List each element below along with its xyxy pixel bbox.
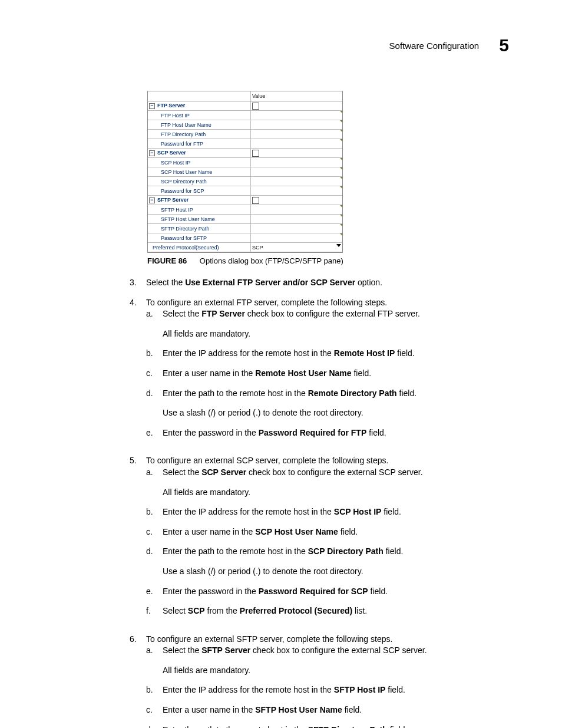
scp-pass-input[interactable]: [251, 186, 343, 196]
column-header-value: Value: [251, 91, 343, 101]
step-number: 3.: [130, 277, 146, 289]
sftp-pass-input[interactable]: [251, 233, 343, 243]
scp-user-input[interactable]: [251, 167, 343, 177]
ftp-user-label: FTP Host User Name: [148, 120, 251, 130]
collapse-icon[interactable]: −: [149, 103, 155, 109]
sftp-pass-label: Password for SFTP: [148, 233, 251, 243]
options-dialog: Value −FTP Server FTP Host IP FTP Host U…: [147, 91, 343, 253]
sftp-host-ip-input[interactable]: [251, 205, 343, 215]
page-header: Software Configuration 5: [47, 35, 515, 55]
collapse-icon[interactable]: −: [149, 150, 155, 156]
step-text: To configure an external SFTP server, co…: [146, 634, 515, 728]
sftp-dir-input[interactable]: [251, 224, 343, 233]
column-header-name: [148, 91, 251, 101]
step-text: Select the Use External FTP Server and/o…: [146, 277, 515, 289]
scp-dir-label: SCP Directory Path: [148, 177, 251, 186]
ftp-server-checkbox[interactable]: [252, 103, 259, 110]
ftp-host-ip-input[interactable]: [251, 111, 343, 120]
figure-caption: FIGURE 86 Options dialog box (FTP/SCP/SF…: [147, 256, 515, 265]
group-ftp: FTP Server: [157, 103, 185, 108]
ftp-pass-label: Password for FTP: [148, 139, 251, 149]
scp-host-ip-label: SCP Host IP: [148, 158, 251, 167]
sftp-dir-label: SFTP Directory Path: [148, 224, 251, 233]
step-text: To configure an external SCP server, com…: [146, 455, 515, 625]
sftp-user-input[interactable]: [251, 215, 343, 224]
scp-host-ip-input[interactable]: [251, 158, 343, 167]
step-number: 6.: [130, 634, 146, 728]
step-number: 5.: [130, 455, 146, 625]
scp-dir-input[interactable]: [251, 177, 343, 186]
ftp-pass-input[interactable]: [251, 139, 343, 149]
sftp-user-label: SFTP Host User Name: [148, 215, 251, 224]
ftp-host-ip-label: FTP Host IP: [148, 111, 251, 120]
group-sftp: SFTP Server: [157, 197, 189, 203]
header-section: Software Configuration: [389, 41, 480, 51]
chapter-number: 5: [499, 35, 509, 55]
preferred-protocol-select[interactable]: SCP: [251, 243, 343, 252]
ftp-dir-input[interactable]: [251, 130, 343, 139]
chevron-down-icon: [336, 244, 341, 247]
ftp-dir-label: FTP Directory Path: [148, 130, 251, 139]
steps-list: 3. Select the Use External FTP Server an…: [130, 277, 515, 728]
figure-caption-text: Options dialog box (FTP/SCP/SFTP pane): [200, 256, 343, 265]
preferred-protocol-label: Preferred Protocol(Secured): [148, 243, 251, 252]
collapse-icon[interactable]: −: [149, 197, 155, 203]
scp-user-label: SCP Host User Name: [148, 167, 251, 177]
sftp-server-checkbox[interactable]: [252, 197, 259, 204]
sftp-host-ip-label: SFTP Host IP: [148, 205, 251, 215]
scp-pass-label: Password for SCP: [148, 186, 251, 196]
step-text: To configure an external FTP server, com…: [146, 297, 515, 447]
step-number: 4.: [130, 297, 146, 447]
group-scp: SCP Server: [157, 150, 186, 156]
scp-server-checkbox[interactable]: [252, 150, 259, 157]
figure-label: FIGURE 86: [147, 256, 187, 265]
ftp-user-input[interactable]: [251, 120, 343, 130]
